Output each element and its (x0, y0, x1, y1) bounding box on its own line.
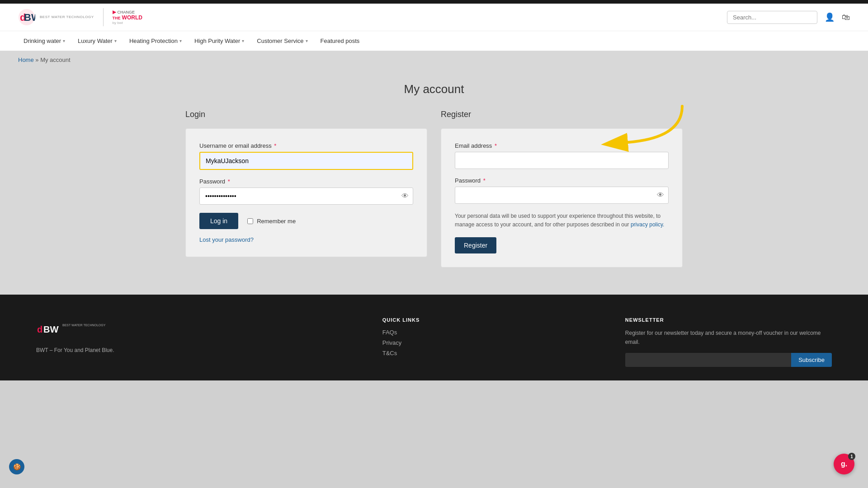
chevron-down-icon: ▾ (179, 38, 182, 43)
footer-bwt-icon: d BWT (36, 317, 59, 340)
register-form-card: Email address * Password * 👁 (441, 128, 683, 267)
nav-item-drinking-water[interactable]: Drinking water ▾ (18, 31, 71, 51)
register-column: Register Email address * (441, 110, 683, 267)
register-button[interactable]: Register (455, 237, 496, 253)
two-column-layout: Login Username or email address * Passwo… (185, 110, 683, 267)
newsletter-bar: Subscribe (625, 353, 832, 367)
breadcrumb-separator: » (35, 56, 38, 63)
lost-password-link[interactable]: Lost your password? (199, 236, 413, 243)
password-wrapper: 👁 (199, 188, 413, 205)
username-input[interactable] (199, 152, 413, 170)
footer-newsletter-title: NEWSLETTER (625, 317, 832, 323)
page-title: My account (18, 82, 850, 96)
login-section-title: Login (185, 110, 427, 119)
show-password-icon[interactable]: 👁 (401, 192, 409, 200)
required-mark: * (228, 178, 230, 185)
nav-item-luxury-water[interactable]: Luxury Water ▾ (72, 31, 122, 51)
privacy-text: Your personal data will be used to suppo… (455, 212, 669, 229)
footer: d BWT BEST WATER TECHNOLOGY BWT – For Yo… (0, 295, 868, 380)
remember-row: Log in Remember me (199, 213, 413, 229)
footer-logo: d BWT BEST WATER TECHNOLOGY (36, 317, 346, 340)
chevron-down-icon: ▾ (114, 38, 117, 43)
svg-text:BWT: BWT (43, 324, 59, 334)
login-button[interactable]: Log in (199, 213, 238, 229)
privacy-policy-link[interactable]: privacy policy. (631, 221, 664, 228)
footer-link-tcs[interactable]: T&Cs (382, 350, 589, 357)
footer-link-faqs[interactable]: FAQs (382, 329, 589, 336)
nav-item-customer-service[interactable]: Customer Service ▾ (251, 31, 313, 51)
cart-icon: 🛍 (842, 13, 850, 22)
required-mark: * (495, 142, 497, 149)
remember-me-checkbox[interactable] (247, 218, 253, 224)
breadcrumb-current: My account (40, 56, 70, 63)
show-reg-password-icon[interactable]: 👁 (657, 191, 664, 199)
header-icons: 👤 🛍 (727, 11, 850, 24)
chevron-down-icon: ▾ (306, 38, 308, 43)
footer-link-privacy[interactable]: Privacy (382, 339, 589, 346)
footer-brand-sub: BEST WATER TECHNOLOGY (62, 324, 105, 327)
nav-item-heating-protection[interactable]: Heating Protection ▾ (124, 31, 187, 51)
reg-password-field-group: Password * 👁 (455, 177, 669, 204)
bwt-text-logo: BEST WATER TECHNOLOGY (40, 15, 94, 19)
nav-item-high-purity-water[interactable]: High Purity Water ▾ (189, 31, 250, 51)
password-label: Password * (199, 178, 413, 185)
required-mark: * (274, 142, 276, 149)
logo-divider (103, 8, 104, 26)
logo-area: d BWT BEST WATER TECHNOLOGY ▶ CHANGE THE… (18, 8, 142, 26)
bwt-logo-icon: d BWT (18, 9, 35, 26)
top-bar (0, 0, 868, 4)
nav-item-featured-posts[interactable]: Featured posts (315, 31, 365, 51)
bwt-logo[interactable]: d BWT (18, 9, 35, 26)
breadcrumb-home[interactable]: Home (18, 56, 34, 63)
breadcrumb: Home » My account (0, 51, 868, 69)
footer-brand: d BWT BEST WATER TECHNOLOGY BWT – For Yo… (36, 317, 346, 366)
header: d BWT BEST WATER TECHNOLOGY ▶ CHANGE THE… (0, 4, 868, 31)
required-mark: * (483, 177, 486, 184)
footer-newsletter: NEWSLETTER Register for our newsletter t… (625, 317, 832, 366)
login-column: Login Username or email address * Passwo… (185, 110, 427, 267)
password-input[interactable] (199, 188, 413, 205)
username-label: Username or email address * (199, 142, 413, 149)
reg-password-label: Password * (455, 177, 669, 184)
svg-text:BWT: BWT (24, 12, 35, 23)
reg-password-input[interactable] (455, 187, 669, 204)
user-icon-button[interactable]: 👤 (825, 12, 835, 22)
change-world-logo: ▶ CHANGE THE WORLD by bwt (113, 9, 142, 25)
reg-email-label: Email address * (455, 142, 669, 149)
cart-icon-button[interactable]: 🛍 (842, 13, 850, 22)
main-content: My account Login Username or email addre… (0, 69, 868, 295)
reg-password-wrapper: 👁 (455, 187, 669, 204)
newsletter-email-input[interactable] (625, 353, 791, 367)
svg-text:d: d (37, 324, 42, 334)
footer-quick-links-title: QUICK LINKS (382, 317, 589, 323)
password-field-group: Password * 👁 (199, 178, 413, 205)
chevron-down-icon: ▾ (242, 38, 244, 43)
reg-email-input[interactable] (455, 152, 669, 169)
user-icon: 👤 (825, 13, 835, 22)
register-section-title: Register (441, 110, 683, 119)
chevron-down-icon: ▾ (63, 38, 65, 43)
search-input[interactable] (727, 11, 817, 24)
remember-me-label: Remember me (257, 218, 296, 225)
footer-quick-links: QUICK LINKS FAQs Privacy T&Cs (382, 317, 589, 366)
login-form-card: Username or email address * Password * 👁 (185, 128, 427, 257)
footer-grid: d BWT BEST WATER TECHNOLOGY BWT – For Yo… (36, 317, 832, 366)
reg-email-field-group: Email address * (455, 142, 669, 169)
username-field-group: Username or email address * (199, 142, 413, 170)
footer-newsletter-text: Register for our newsletter today and se… (625, 329, 832, 346)
main-nav: Drinking water ▾ Luxury Water ▾ Heating … (0, 31, 868, 51)
footer-tagline: BWT – For You and Planet Blue. (36, 347, 346, 353)
newsletter-submit-button[interactable]: Subscribe (791, 353, 832, 367)
